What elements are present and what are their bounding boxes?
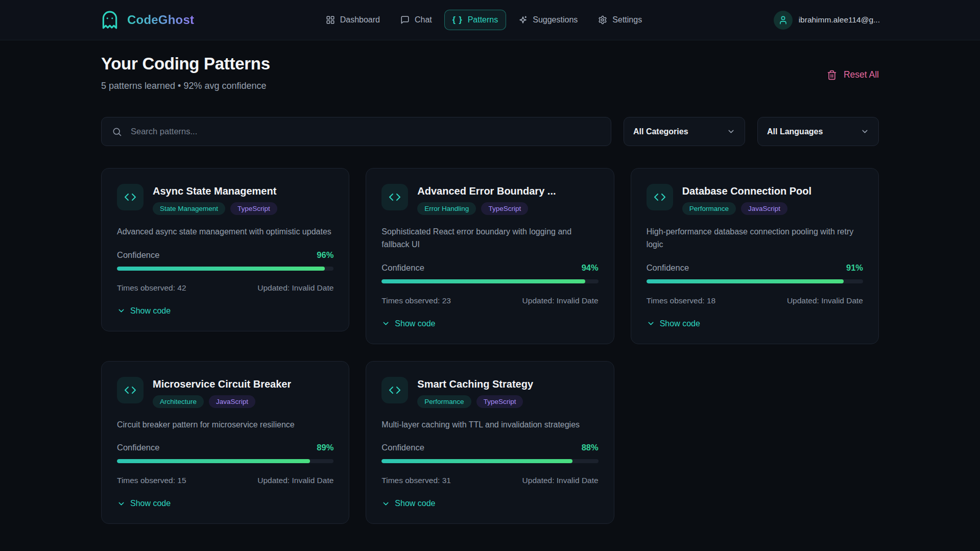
pattern-title: Microservice Circuit Breaker xyxy=(153,378,291,390)
code-icon xyxy=(381,377,408,403)
gear-icon xyxy=(598,15,607,25)
chevron-down-icon xyxy=(117,306,126,315)
nav-item-dashboard[interactable]: Dashboard xyxy=(318,10,388,30)
page-title: Your Coding Patterns xyxy=(101,54,270,74)
show-code-label: Show code xyxy=(660,319,700,328)
times-observed: Times observed: 42 xyxy=(117,283,186,293)
card-header: Database Connection Pool Performance Jav… xyxy=(647,184,863,215)
chevron-down-icon xyxy=(117,499,126,508)
confidence-bar-track xyxy=(647,279,863,283)
trash-icon xyxy=(827,70,837,80)
top-navigation-bar: CodeGhost Dashboard Chat { } Patterns xyxy=(0,0,980,40)
language-badge: TypeScript xyxy=(476,395,523,408)
filter-bar: All Categories All Languages xyxy=(101,117,879,146)
confidence-fill xyxy=(381,279,585,283)
nav-label: Suggestions xyxy=(533,15,578,25)
pattern-card: Async State Management State Management … xyxy=(101,168,349,331)
pattern-title: Smart Caching Strategy xyxy=(417,378,533,390)
category-filter-value: All Categories xyxy=(633,127,688,136)
user-email: ibrahimm.alee114@g... xyxy=(799,15,880,25)
pattern-title: Async State Management xyxy=(153,185,277,197)
card-meta: Times observed: 42 Updated: Invalid Date xyxy=(117,283,333,293)
show-code-button[interactable]: Show code xyxy=(117,306,171,316)
card-header: Microservice Circuit Breaker Architectur… xyxy=(117,377,333,408)
confidence-label: Confidence xyxy=(381,443,424,452)
code-icon xyxy=(117,184,144,210)
confidence-row: Confidence 89% xyxy=(117,443,333,452)
patterns-grid: Async State Management State Management … xyxy=(101,168,879,524)
confidence-label: Confidence xyxy=(647,263,689,273)
updated-date: Updated: Invalid Date xyxy=(257,476,333,485)
updated-date: Updated: Invalid Date xyxy=(787,296,863,305)
show-code-button[interactable]: Show code xyxy=(647,319,700,328)
chat-bubble-icon xyxy=(400,15,410,25)
show-code-label: Show code xyxy=(130,499,171,508)
badges: State Management TypeScript xyxy=(153,202,277,215)
page-subtitle: 5 patterns learned • 92% avg confidence xyxy=(101,81,270,91)
show-code-button[interactable]: Show code xyxy=(381,499,435,508)
badges: Error Handling TypeScript xyxy=(417,202,556,215)
confidence-fill xyxy=(117,267,325,271)
confidence-value: 89% xyxy=(317,443,333,452)
code-icon xyxy=(647,184,673,210)
card-header: Async State Management State Management … xyxy=(117,184,333,215)
language-badge: JavaScript xyxy=(209,395,255,408)
reset-all-button[interactable]: Reset All xyxy=(827,69,879,80)
language-filter-select[interactable]: All Languages xyxy=(757,117,879,146)
updated-date: Updated: Invalid Date xyxy=(257,283,333,293)
chevron-down-icon xyxy=(381,319,390,328)
sparkles-icon xyxy=(518,15,528,25)
pattern-description: High-performance database connection poo… xyxy=(647,226,863,251)
updated-date: Updated: Invalid Date xyxy=(522,476,599,485)
confidence-value: 96% xyxy=(317,250,333,260)
show-code-button[interactable]: Show code xyxy=(117,499,171,508)
confidence-value: 91% xyxy=(846,263,863,273)
card-meta: Times observed: 31 Updated: Invalid Date xyxy=(381,476,598,485)
confidence-label: Confidence xyxy=(117,443,159,452)
confidence-row: Confidence 88% xyxy=(381,443,598,452)
confidence-label: Confidence xyxy=(117,250,159,260)
chevron-down-icon xyxy=(861,127,869,136)
dashboard-grid-icon xyxy=(326,15,335,25)
search-input[interactable] xyxy=(130,126,601,137)
pattern-card: Advanced Error Boundary ... Error Handli… xyxy=(366,168,614,344)
language-badge: JavaScript xyxy=(741,202,787,215)
nav-label: Dashboard xyxy=(340,15,380,25)
category-badge: Performance xyxy=(417,395,471,408)
language-badge: TypeScript xyxy=(230,202,277,215)
pattern-description: Advanced async state management with opt… xyxy=(117,226,333,238)
confidence-row: Confidence 91% xyxy=(647,263,863,273)
nav-item-settings[interactable]: Settings xyxy=(590,10,650,30)
times-observed: Times observed: 23 xyxy=(381,296,451,305)
times-observed: Times observed: 15 xyxy=(117,476,186,485)
reset-all-label: Reset All xyxy=(844,69,879,80)
confidence-value: 88% xyxy=(582,443,599,452)
show-code-button[interactable]: Show code xyxy=(381,319,435,328)
card-meta: Times observed: 15 Updated: Invalid Date xyxy=(117,476,333,485)
search-box xyxy=(101,117,611,146)
show-code-label: Show code xyxy=(395,499,435,508)
confidence-fill xyxy=(381,459,572,463)
chevron-down-icon xyxy=(727,127,735,136)
times-observed: Times observed: 18 xyxy=(647,296,716,305)
nav-item-chat[interactable]: Chat xyxy=(392,10,440,30)
nav-label: Settings xyxy=(612,15,642,25)
page-header: Your Coding Patterns 5 patterns learned … xyxy=(101,54,879,91)
confidence-bar-track xyxy=(117,267,333,271)
confidence-label: Confidence xyxy=(381,263,424,273)
updated-date: Updated: Invalid Date xyxy=(522,296,599,305)
show-code-label: Show code xyxy=(130,306,171,316)
card-header: Advanced Error Boundary ... Error Handli… xyxy=(381,184,598,215)
badges: Performance TypeScript xyxy=(417,395,533,408)
confidence-bar-track xyxy=(381,459,598,463)
pattern-title: Advanced Error Boundary ... xyxy=(417,185,556,197)
brand-name: CodeGhost xyxy=(127,13,194,27)
brand-logo: CodeGhost xyxy=(100,10,194,30)
category-filter-select[interactable]: All Categories xyxy=(624,117,745,146)
times-observed: Times observed: 31 xyxy=(381,476,451,485)
user-account[interactable]: ibrahimm.alee114@g... xyxy=(774,11,880,30)
nav-item-patterns[interactable]: { } Patterns xyxy=(444,10,507,30)
category-badge: State Management xyxy=(153,202,225,215)
show-code-label: Show code xyxy=(395,319,435,328)
nav-item-suggestions[interactable]: Suggestions xyxy=(510,10,586,30)
